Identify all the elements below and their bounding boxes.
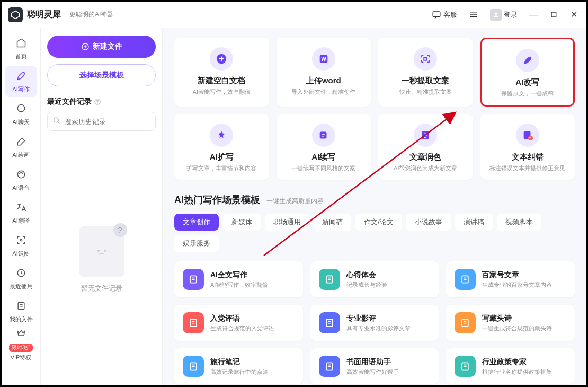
action-card-continue[interactable]: AI续写一键续写不同风格的文案 bbox=[277, 114, 371, 180]
template-desc: 具有专业水准的影评文章 bbox=[346, 324, 411, 332]
template-item-1[interactable]: 心得体会记录成长与经验 bbox=[310, 261, 439, 297]
action-card-expand[interactable]: AI扩写扩写文章，丰富情节和内容 bbox=[174, 114, 269, 180]
template-item-2[interactable]: 百家号文章生成专业的百家号文章内容 bbox=[446, 261, 575, 297]
sidebar-item-paint[interactable]: AI绘画 bbox=[5, 132, 37, 163]
template-icon bbox=[319, 312, 340, 333]
tab-4[interactable]: 作文/论文 bbox=[355, 214, 402, 231]
sidebar-item-home[interactable]: 首页 bbox=[5, 33, 37, 64]
template-icon bbox=[183, 312, 204, 333]
card-desc: AI智能写作，效率翻倍 bbox=[180, 88, 264, 96]
sidebar-label: 我的文件 bbox=[10, 315, 33, 323]
paint-icon bbox=[16, 136, 26, 149]
template-title: 入党评语 bbox=[210, 314, 274, 323]
action-card-polish[interactable]: 文章润色AI帮您润色为成为新文章 bbox=[378, 114, 473, 180]
vip-badge: 限时3折 bbox=[9, 344, 33, 352]
file-icon bbox=[16, 301, 26, 314]
tab-6[interactable]: 演讲稿 bbox=[455, 214, 493, 231]
template-desc: 生成符合规范的入党评语 bbox=[210, 324, 274, 332]
sidebar-label: AI语音 bbox=[12, 184, 29, 192]
template-item-8[interactable]: 行业政策专家根据行业名称提供政策框架 bbox=[446, 348, 575, 384]
maximize-button[interactable] bbox=[547, 8, 560, 21]
card-desc: 导入外部文件，精准创作 bbox=[282, 88, 366, 96]
sidebar-item-chat[interactable]: AI聊天 bbox=[5, 99, 37, 130]
sidebar-item-pen[interactable]: AI写作 bbox=[5, 66, 37, 97]
template-item-3[interactable]: 入党评语生成符合规范的入党评语 bbox=[174, 305, 303, 341]
svg-line-21 bbox=[58, 122, 59, 124]
sidebar-label: AI写作 bbox=[12, 85, 29, 93]
template-desc: 记录成长与经验 bbox=[346, 281, 387, 289]
close-button[interactable]: ✕ bbox=[567, 8, 580, 21]
template-desc: AI智能写作，效率翻倍 bbox=[210, 281, 268, 289]
app-logo-icon bbox=[8, 7, 23, 22]
rewrite-icon bbox=[516, 49, 539, 72]
continue-icon bbox=[312, 124, 335, 147]
empty-state: 暂无文件记录 bbox=[47, 142, 156, 378]
audio-icon bbox=[16, 169, 26, 182]
tab-8[interactable]: 娱乐服务 bbox=[174, 235, 219, 252]
template-icon bbox=[183, 269, 204, 290]
sidebar-label: AI绘画 bbox=[12, 151, 29, 159]
sidebar-item-translate[interactable]: AI翻译 bbox=[5, 198, 37, 228]
svg-marker-7 bbox=[17, 39, 25, 47]
svg-point-19 bbox=[97, 103, 98, 104]
template-desc: 生成专业的百家号文章内容 bbox=[482, 281, 552, 289]
template-item-7[interactable]: 书面用语助手高效智能写作好帮手 bbox=[310, 348, 439, 384]
sidebar-item-file[interactable]: 我的文件 bbox=[5, 296, 37, 327]
login-button[interactable]: 登录 bbox=[488, 7, 520, 23]
sidebar-item-vision[interactable]: AI识图 bbox=[5, 231, 37, 261]
search-input[interactable] bbox=[47, 112, 156, 131]
tab-0[interactable]: 文章创作 bbox=[174, 214, 219, 231]
correct-icon bbox=[516, 124, 539, 147]
svg-marker-0 bbox=[12, 11, 20, 19]
sidebar-item-history[interactable]: 最近使用 bbox=[5, 263, 37, 294]
card-desc: 标注错误文本并提供修正意见 bbox=[486, 164, 570, 172]
card-title: 新建空白文档 bbox=[180, 76, 264, 86]
new-file-button[interactable]: 新建文件 bbox=[47, 36, 156, 58]
template-title: 百家号文章 bbox=[482, 270, 552, 280]
login-label: 登录 bbox=[504, 10, 518, 20]
tab-5[interactable]: 小说故事 bbox=[406, 214, 451, 231]
template-title: 行业政策专家 bbox=[482, 357, 552, 367]
help-icon[interactable] bbox=[94, 98, 101, 105]
template-icon bbox=[455, 356, 476, 377]
template-title: 书面用语助手 bbox=[346, 357, 399, 367]
sidebar-label: 首页 bbox=[15, 52, 27, 60]
tab-3[interactable]: 新闻稿 bbox=[314, 214, 351, 231]
template-desc: 根据行业名称提供政策框架 bbox=[482, 368, 552, 376]
template-item-4[interactable]: 专业影评具有专业水准的影评文章 bbox=[310, 305, 439, 341]
template-item-6[interactable]: 旅行笔记高效记录旅行中的点滴 bbox=[174, 348, 303, 384]
card-desc: 保留原义，一键成稿 bbox=[487, 90, 568, 98]
svg-rect-12 bbox=[18, 302, 24, 309]
action-card-extract[interactable]: 一秒提取文案快速、精准提取文案 bbox=[378, 38, 473, 107]
plus-icon bbox=[210, 47, 233, 71]
action-card-plus[interactable]: 新建空白文档AI智能写作，效率翻倍 bbox=[174, 38, 269, 107]
tab-2[interactable]: 职场通用 bbox=[265, 214, 309, 231]
empty-text: 暂无文件记录 bbox=[81, 284, 122, 293]
empty-illustration bbox=[79, 226, 124, 277]
home-icon bbox=[16, 38, 26, 51]
template-item-0[interactable]: AI全文写作AI智能写作，效率翻倍 bbox=[174, 261, 303, 297]
choose-template-button[interactable]: 选择场景模板 bbox=[47, 64, 156, 86]
tab-1[interactable]: 新媒体 bbox=[223, 214, 261, 231]
sidebar-label: AI识图 bbox=[12, 250, 29, 258]
action-card-correct[interactable]: 文本纠错标注错误文本并提供修正意见 bbox=[480, 114, 575, 180]
action-card-rewrite[interactable]: AI改写保留原义，一键成稿 bbox=[480, 38, 575, 107]
tab-7[interactable]: 视频脚本 bbox=[497, 214, 541, 231]
vip-icon bbox=[16, 328, 26, 341]
svg-point-22 bbox=[97, 250, 100, 252]
sidebar-label: 最近使用 bbox=[10, 283, 33, 291]
sidebar-item-audio[interactable]: AI语音 bbox=[5, 165, 37, 196]
template-title: 专业影评 bbox=[346, 314, 411, 323]
chat-icon bbox=[16, 103, 26, 117]
minimize-button[interactable]: — bbox=[527, 8, 540, 21]
sidebar-item-vip[interactable]: 限时3折VIP特权 bbox=[5, 329, 37, 360]
template-title: 旅行笔记 bbox=[210, 357, 269, 367]
card-title: AI改写 bbox=[487, 77, 568, 87]
template-icon bbox=[319, 269, 340, 290]
svg-point-23 bbox=[104, 250, 106, 252]
menu-button[interactable] bbox=[467, 8, 480, 22]
action-card-word[interactable]: W上传word导入外部文件，精准创作 bbox=[277, 38, 371, 107]
history-icon bbox=[16, 268, 26, 281]
template-item-5[interactable]: 写藏头诗一键生成符合规范的藏头诗 bbox=[446, 305, 575, 341]
customer-service-button[interactable]: 客服 bbox=[430, 8, 459, 22]
